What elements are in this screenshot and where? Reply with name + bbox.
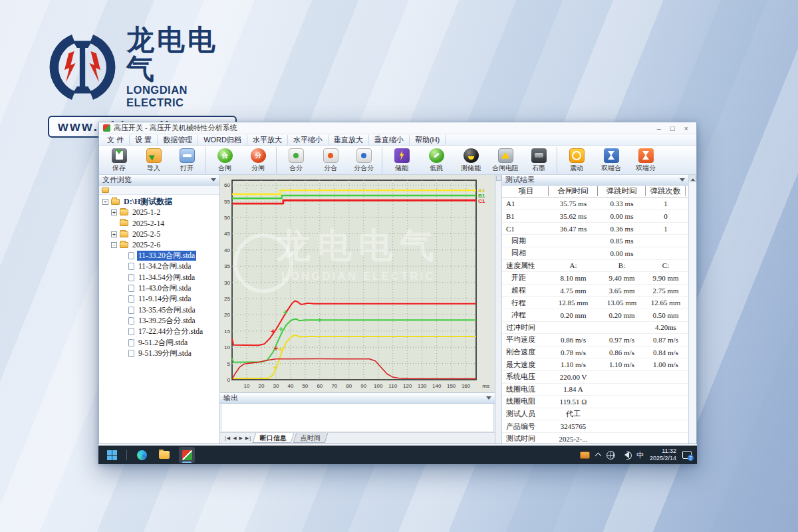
tree-item-file[interactable]: 13-39.25合分.stda <box>99 315 219 326</box>
toolbar-button-graphite[interactable]: 石墨 <box>523 147 557 174</box>
minimize-button[interactable]: – <box>657 124 661 133</box>
toolbar-button-oco[interactable]: 分合分 <box>348 147 382 174</box>
tree-item-folder[interactable]: -D:\H测试数据 <box>99 196 219 207</box>
tree-item-file[interactable]: 11-43.0合闸.stda <box>99 283 219 293</box>
file-explorer-button[interactable] <box>156 447 172 463</box>
menu-item[interactable]: 水平放大 <box>247 135 288 145</box>
tree-item-label: D:\H测试数据 <box>122 196 174 207</box>
toolbar-button-oc[interactable]: 分合 <box>313 147 348 174</box>
results-cell: 2025-2-... <box>549 435 598 443</box>
tree-item-file[interactable]: 11-33.20合闸.stda <box>99 250 219 261</box>
results-row: 最大速度1.10 m/s1.10 m/s1.00 m/s <box>502 358 688 371</box>
toolbar-button-vibration[interactable]: 震动 <box>559 147 594 174</box>
results-cell: 4.75 mm <box>549 287 598 295</box>
dual-open-icon <box>638 148 654 163</box>
close-button[interactable]: × <box>684 124 688 133</box>
collapse-icon[interactable] <box>486 396 491 402</box>
toolbar-button-co[interactable]: 合分 <box>279 147 313 174</box>
waveform-chart[interactable]: 龙电电气 LONGDIAN ELECTRIC 10203040506070809… <box>220 175 495 393</box>
tree-item-file[interactable]: 11-34.54分闸.stda <box>99 272 219 283</box>
results-row-label: 超程 <box>502 285 549 295</box>
expand-icon[interactable]: + <box>111 231 117 237</box>
expand-icon[interactable]: + <box>111 209 117 215</box>
tree-item-folder[interactable]: +2025-2-5 <box>99 229 219 239</box>
toolbar-button-label: 分合 <box>324 164 337 173</box>
results-cell: 3245765 <box>549 422 598 430</box>
svg-text:40: 40 <box>224 247 230 253</box>
menu-item[interactable]: WORD归档 <box>198 135 247 145</box>
svg-text:35: 35 <box>224 263 230 269</box>
menu-item[interactable]: 水平缩小 <box>288 135 329 145</box>
window-vertical-scrollbar[interactable] <box>688 175 696 444</box>
toolbar-button-open-op[interactable]: 分分闸 <box>242 147 277 174</box>
menu-item[interactable]: 垂直缩小 <box>369 135 410 145</box>
results-cell: 0.00 ms <box>598 249 646 257</box>
clock-date: 2025/2/14 <box>650 455 676 462</box>
toolbar-button-save[interactable]: 保存 <box>102 147 136 174</box>
ime-indicator[interactable]: 中 <box>636 450 644 460</box>
tree-item-file[interactable]: 17-22.44分合分.stda <box>99 327 219 337</box>
toolbar-button-dual-open[interactable]: 双端分 <box>628 147 663 174</box>
tree-item-file[interactable]: 9-51.2合闸.stda <box>99 337 219 348</box>
toolbar-button-open[interactable]: 打开 <box>171 147 205 174</box>
toolbar-button-close-op[interactable]: 合合闸 <box>207 147 242 174</box>
results-row-label: 同相 <box>502 248 549 258</box>
file-icon <box>128 274 134 281</box>
menu-item[interactable]: 数据管理 <box>158 135 198 145</box>
tab-nav-arrows[interactable]: |◀ ◀ ▶ ▶| <box>222 433 254 444</box>
chart-vertical-scrollbar[interactable] <box>495 175 502 444</box>
results-cell: 0.86 m/s <box>549 336 598 344</box>
folder-icon[interactable] <box>102 188 109 193</box>
tree-item-folder[interactable]: -2025-2-6 <box>99 239 219 250</box>
file-browser-title: 文件浏览 <box>102 175 132 185</box>
edge-browser-button[interactable] <box>134 447 150 463</box>
notification-button[interactable]: 2 <box>682 451 692 459</box>
clock[interactable]: 11:32 2025/2/14 <box>650 448 676 463</box>
output-header: 输出 <box>220 393 495 404</box>
tab-point-time[interactable]: 点时间 <box>293 433 329 443</box>
toolbar-button-dual-close[interactable]: 双端合 <box>594 147 628 174</box>
toolbar-button-resistor[interactable]: 合闸电阻 <box>488 147 523 174</box>
bottom-tab-strip: |◀ ◀ ▶ ▶| 断口信息点时间 <box>220 432 495 444</box>
maximize-button[interactable]: □ <box>670 124 675 133</box>
collapse-icon[interactable]: - <box>102 199 108 205</box>
results-column-header: 弹跳时间 <box>598 186 646 196</box>
toolbar-button-measure-energy[interactable]: 测储能 <box>454 147 488 174</box>
tray-expand-icon[interactable] <box>595 453 602 460</box>
network-icon[interactable] <box>606 451 615 460</box>
output-log-area[interactable] <box>221 404 494 432</box>
results-cell: 0.50 mm <box>646 311 686 319</box>
menu-item[interactable]: 设 置 <box>130 135 158 145</box>
results-cell: 1.10 m/s <box>549 360 598 368</box>
results-cell: 12.85 mm <box>549 299 598 307</box>
volume-icon[interactable] <box>621 452 629 458</box>
toolbar-button-label: 双端合 <box>601 164 621 173</box>
hv-switch-app-button[interactable] <box>179 447 195 463</box>
tray-app-icon[interactable] <box>580 452 590 459</box>
toolbar-button-energy[interactable]: 储能 <box>384 147 419 174</box>
file-icon <box>128 339 134 346</box>
file-browser-toolbar <box>99 186 219 195</box>
tree-item-file[interactable]: 11-34.2合闸.stda <box>99 261 219 272</box>
tree-item-folder[interactable]: +2025-1-2 <box>99 207 219 217</box>
tree-item-file[interactable]: 11-9.14分闸.stda <box>99 294 219 305</box>
collapse-icon[interactable]: - <box>111 242 117 248</box>
tab-break-info[interactable]: 断口信息 <box>253 433 295 443</box>
collapse-icon[interactable] <box>680 178 685 184</box>
taskbar: 中 11:32 2025/2/14 2 <box>98 446 697 464</box>
tree-item-file[interactable]: 13-35.45合闸.stda <box>99 305 219 315</box>
tree-item-folder[interactable]: 2025-2-14 <box>99 218 219 229</box>
toolbar-button-import[interactable]: 导入 <box>136 147 171 174</box>
menu-item[interactable]: 帮助(H) <box>410 135 446 145</box>
results-row-label: 测试人员 <box>502 409 549 419</box>
menu-item[interactable]: 垂直放大 <box>329 135 369 145</box>
start-button[interactable] <box>104 447 120 463</box>
folder-icon <box>120 242 128 248</box>
svg-text:30: 30 <box>224 280 230 286</box>
tree-item-file[interactable]: 9-51.39分闸.stda <box>99 348 219 358</box>
collapse-icon[interactable] <box>211 178 216 184</box>
toolbar-button-lowtrip[interactable]: 低跳 <box>419 147 454 174</box>
test-results-panel: 测试结果 项目合闸时间弹跳时间弹跳次数A135.75 ms0.33 ms1B13… <box>502 175 688 444</box>
menu-item[interactable]: 文 件 <box>102 135 130 145</box>
results-cell: 35.75 ms <box>549 200 598 207</box>
